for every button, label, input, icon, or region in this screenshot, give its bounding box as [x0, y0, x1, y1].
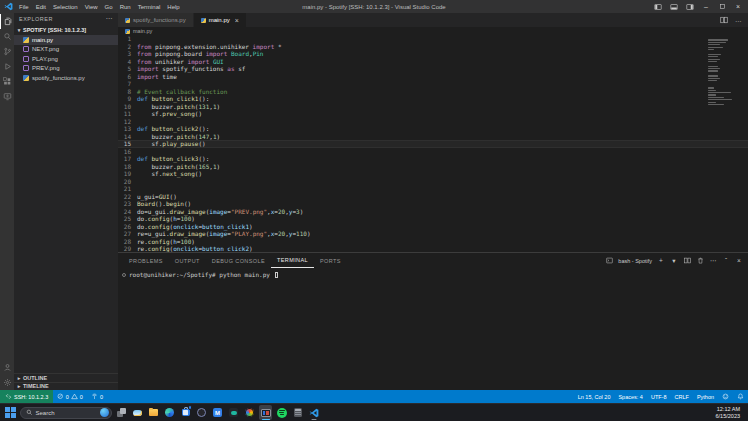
sidebar-more-icon[interactable]: ⋯	[106, 15, 114, 23]
kill-terminal-icon[interactable]	[696, 256, 704, 266]
notifications-bell-icon[interactable]	[733, 393, 748, 400]
code-editor[interactable]: 12from pinpong.extension.unihiker import…	[118, 35, 748, 252]
tab-main-py[interactable]: main.py×	[194, 13, 247, 27]
feedback-icon[interactable]	[718, 393, 733, 400]
code-line: 20	[118, 178, 748, 186]
layout-secondary-icon[interactable]	[685, 1, 695, 12]
task-view-icon[interactable]	[115, 405, 128, 420]
minimize-icon[interactable]: –	[701, 1, 711, 12]
code-line: 18 buzzer.pitch(165,1)	[118, 163, 748, 171]
warning-count: 0	[80, 394, 83, 400]
taskbar-search[interactable]: Search	[20, 407, 112, 419]
panel-tab-output[interactable]: OUTPUT	[169, 253, 206, 268]
code-line: 6import time	[118, 73, 748, 81]
remote-explorer-icon[interactable]	[0, 89, 14, 104]
file-item-next-png[interactable]: NEXT.png	[14, 45, 118, 55]
split-terminal-icon[interactable]	[683, 256, 691, 266]
maximize-panel-icon[interactable]: ˆ	[722, 256, 730, 266]
breadcrumb[interactable]: main.py	[118, 27, 748, 35]
sidebar-title: EXPLORER	[19, 16, 53, 22]
close-tab-icon[interactable]: ×	[235, 17, 239, 24]
file-item-play-png[interactable]: PLAY.png	[14, 54, 118, 64]
panel-tab-terminal[interactable]: TERMINAL	[271, 253, 314, 268]
line-text: re.config(onclick=button_click2)	[137, 245, 253, 252]
line-number: 21	[118, 185, 137, 193]
menu-view[interactable]: View	[82, 4, 101, 10]
menu-selection[interactable]: Selection	[50, 4, 81, 10]
remote-viewer-icon[interactable]	[259, 405, 272, 420]
code-lines: 12from pinpong.extension.unihiker import…	[118, 35, 748, 252]
widgets-weather-icon[interactable]	[131, 405, 144, 420]
tab-spotify_functions-py[interactable]: spotify_functions.py	[118, 13, 194, 27]
ports-status[interactable]: 0	[87, 393, 107, 400]
file-item-spotify-functions-py[interactable]: spotify_functions.py	[14, 73, 118, 83]
explorer-icon[interactable]	[0, 14, 14, 29]
close-icon[interactable]: ×	[733, 1, 743, 12]
terminal-view[interactable]: root@unihiker:~/Spotify# python main.py	[118, 268, 748, 390]
line-number: 23	[118, 200, 137, 208]
minimap[interactable]	[708, 37, 740, 106]
section-label: OUTLINE	[23, 375, 47, 381]
more-actions-icon[interactable]: ⋯	[735, 17, 741, 24]
command-decoration-icon[interactable]	[122, 273, 126, 277]
menu-run[interactable]: Run	[117, 4, 134, 10]
file-item-main-py[interactable]: main.py	[14, 35, 118, 45]
status-utf-8[interactable]: UTF-8	[647, 394, 671, 400]
panel-tab-bar: PROBLEMSOUTPUTDEBUG CONSOLETERMINALPORTS…	[118, 253, 748, 268]
status-python[interactable]: Python	[693, 394, 718, 400]
menu-terminal[interactable]: Terminal	[135, 4, 164, 10]
media-app-icon[interactable]	[227, 405, 240, 420]
status-spaces[interactable]: Spaces: 4	[614, 394, 646, 400]
code-line: 24do=u_gui.draw_image(image="PREV.png",x…	[118, 208, 748, 216]
spotify-icon[interactable]	[275, 405, 288, 420]
settings-icon[interactable]	[0, 375, 14, 390]
remote-indicator[interactable]: SSH: 10.1.2.3	[0, 390, 53, 403]
accounts-icon[interactable]	[0, 360, 14, 375]
line-number: 6	[118, 73, 137, 81]
new-terminal-icon[interactable]: +	[657, 256, 665, 266]
photos-app-icon[interactable]	[243, 405, 256, 420]
layout-sidebar-icon[interactable]	[653, 1, 663, 12]
line-number: 25	[118, 215, 137, 223]
panel-actions: bash - Spotify +▾⋯ˆ×	[605, 256, 743, 266]
line-number: 3	[118, 50, 137, 58]
workspace-section-header[interactable]: ▾ SPOTIFY [SSH: 10.1.2.3]	[14, 25, 118, 35]
edge-browser-icon[interactable]	[163, 405, 176, 420]
start-button-icon[interactable]	[5, 407, 16, 418]
file-explorer-icon[interactable]	[147, 405, 160, 420]
mindplus-app-icon[interactable]: M	[211, 405, 224, 420]
panel-tab-ports[interactable]: PORTS	[314, 253, 347, 268]
editor-tab-bar: spotify_functions.pymain.py× ⋯	[118, 13, 748, 27]
problems-status[interactable]: 0 0	[53, 393, 87, 400]
close-panel-icon[interactable]: ×	[735, 256, 743, 266]
calculator-icon[interactable]	[291, 405, 304, 420]
code-line: 4from unihiker import GUI	[118, 58, 748, 66]
run-debug-icon[interactable]	[0, 59, 14, 74]
extensions-icon[interactable]	[0, 74, 14, 89]
bing-chat-icon[interactable]	[100, 408, 109, 417]
layout-panel-icon[interactable]	[669, 1, 679, 12]
menu-file[interactable]: File	[16, 4, 32, 10]
clock-app-icon[interactable]	[195, 405, 208, 420]
taskbar-clock[interactable]: 12:12 AM 6/15/2023	[716, 406, 744, 419]
status-ln[interactable]: Ln 15, Col 20	[574, 394, 615, 400]
chevron-right-icon: ▸	[16, 375, 22, 381]
more-actions-icon[interactable]: ⋯	[709, 256, 717, 266]
section-outline[interactable]: ▸OUTLINE	[14, 373, 118, 382]
panel-tab-debug-console[interactable]: DEBUG CONSOLE	[206, 253, 271, 268]
status-crlf[interactable]: CRLF	[671, 394, 693, 400]
restore-icon[interactable]	[717, 1, 727, 12]
terminal-instance-label[interactable]: bash - Spotify	[618, 258, 652, 264]
microsoft-store-icon[interactable]	[179, 405, 192, 420]
file-item-prev-png[interactable]: PREV.png	[14, 64, 118, 74]
terminal-dropdown-icon[interactable]: ▾	[670, 256, 678, 266]
panel-tab-problems[interactable]: PROBLEMS	[123, 253, 169, 268]
search-icon[interactable]	[0, 29, 14, 44]
split-editor-icon[interactable]	[719, 15, 729, 26]
section-timeline[interactable]: ▸TIMELINE	[14, 382, 118, 391]
vscode-icon[interactable]	[307, 405, 320, 420]
menu-edit[interactable]: Edit	[33, 4, 49, 10]
menu-go[interactable]: Go	[102, 4, 116, 10]
menu-help[interactable]: Help	[164, 4, 182, 10]
source-control-icon[interactable]	[0, 44, 14, 59]
